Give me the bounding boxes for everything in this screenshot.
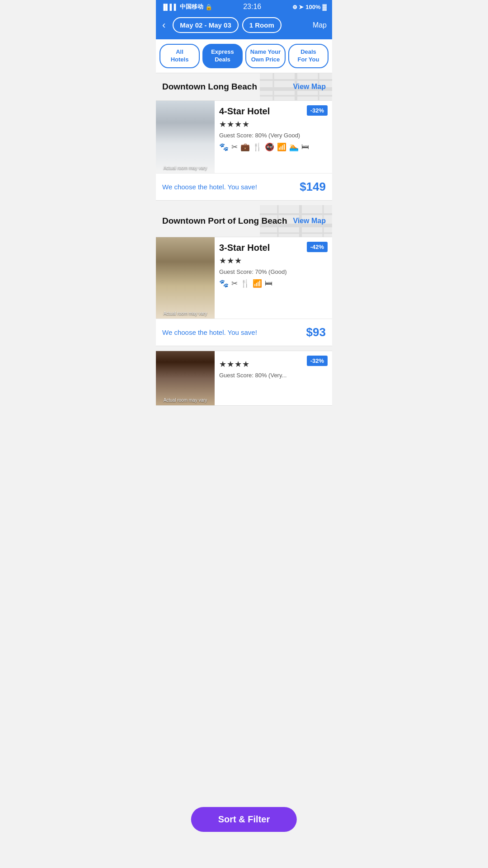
tab-name-your-price[interactable]: Name YourOwn Price [245, 44, 286, 68]
header: ‹ May 02 - May 03 1 Room Map [156, 14, 332, 39]
guest-score-2: Guest Score: 70% (Good) [219, 268, 328, 275]
filter-tabs: AllHotels ExpressDeals Name YourOwn Pric… [156, 39, 332, 73]
amenity-business: 💼 [240, 142, 250, 152]
wifi-icon: 🔒 [205, 4, 212, 10]
hotel-image-3: Actual room may vary [156, 351, 215, 405]
hotel-info-3: -32% ★★★★ Guest Score: 80% (Very... [215, 351, 332, 405]
area-header-1: Downtown Long Beach View Map [156, 73, 332, 100]
amenity-bed: 🛏 [301, 142, 309, 152]
carrier-name: 中国移动 [180, 3, 203, 11]
amenity-nosmoking: 🚭 [265, 142, 274, 152]
hotel-card-2-top: Actual room may vary -42% 3-Star Hotel ★… [156, 237, 332, 319]
hotel-card-3-top: Actual room may vary -32% ★★★★ Guest Sco… [156, 351, 332, 405]
hotel-card-1-bottom: We choose the hotel. You save! $149 [156, 173, 332, 200]
status-left: ▐▌▌▌ 中国移动 🔒 [161, 3, 212, 11]
image-label-3: Actual room may vary [156, 398, 215, 403]
save-text-1: We choose the hotel. You save! [162, 183, 257, 191]
status-time: 23:16 [243, 3, 261, 11]
amenity-restaurant-2: 🍴 [240, 279, 250, 288]
tab-deals-for-you[interactable]: DealsFor You [288, 44, 328, 68]
hotel-info-1: -32% 4-Star Hotel ★★★★ Guest Score: 80% … [215, 101, 332, 173]
discount-badge-1: -32% [307, 105, 328, 116]
hotel-image-2: Actual room may vary [156, 237, 215, 319]
area-title-2: Downtown Port of Long Beach [162, 216, 287, 226]
amenity-pets: 🐾 [219, 142, 229, 152]
status-bar: ▐▌▌▌ 中国移动 🔒 23:16 ⊕ ➤ 100% ▓ [156, 0, 332, 14]
amenity-wifi-2: 📶 [253, 279, 262, 288]
view-map-button-2[interactable]: View Map [293, 217, 326, 225]
hotel-stars-2: ★★★ [219, 256, 328, 266]
amenity-wifi: 📶 [277, 142, 286, 152]
guest-score-3: Guest Score: 80% (Very... [219, 372, 328, 379]
price-2: $93 [306, 325, 326, 339]
battery-icon: ▓ [323, 4, 327, 10]
hotel-card-2[interactable]: Actual room may vary -42% 3-Star Hotel ★… [156, 237, 332, 346]
save-text-2: We choose the hotel. You save! [162, 328, 257, 336]
amenity-pool: 🏊 [289, 142, 299, 152]
guest-score-1: Guest Score: 80% (Very Good) [219, 132, 328, 139]
tab-express-deals[interactable]: ExpressDeals [202, 44, 243, 68]
amenity-spa-2: ✂ [231, 279, 238, 288]
amenity-pets-2: 🐾 [219, 279, 229, 288]
tab-all-hotels[interactable]: AllHotels [160, 44, 200, 68]
location-icon: ⊕ ➤ [292, 4, 304, 10]
image-label-2: Actual room may vary [156, 311, 215, 316]
hotel-card-3-partial[interactable]: Actual room may vary -32% ★★★★ Guest Sco… [156, 351, 332, 406]
battery-percent: 100% [305, 4, 320, 10]
signal-icon: ▐▌▌▌ [161, 4, 178, 10]
hotel-card-2-bottom: We choose the hotel. You save! $93 [156, 319, 332, 346]
area-title-1: Downtown Long Beach [162, 82, 257, 92]
price-1: $149 [300, 180, 326, 194]
amenities-1: 🐾 ✂ 💼 🍴 🚭 📶 🏊 🛏 [219, 142, 328, 152]
amenity-spa: ✂ [231, 142, 238, 152]
status-right: ⊕ ➤ 100% ▓ [292, 4, 327, 10]
amenity-restaurant: 🍴 [253, 142, 262, 152]
image-label-1: Actual room may vary [156, 165, 215, 170]
amenities-2: 🐾 ✂ 🍴 📶 🛏 [219, 279, 328, 288]
hotel-image-1: Actual room may vary [156, 101, 215, 173]
hotel-card-1[interactable]: Actual room may vary -32% 4-Star Hotel ★… [156, 100, 332, 201]
hotel-info-2: -42% 3-Star Hotel ★★★ Guest Score: 70% (… [215, 237, 332, 319]
area-header-2: Downtown Port of Long Beach View Map [156, 205, 332, 237]
back-button[interactable]: ‹ [161, 18, 169, 33]
discount-badge-2: -42% [307, 242, 328, 252]
hotel-stars-1: ★★★★ [219, 119, 328, 129]
amenity-bed-2: 🛏 [265, 279, 272, 288]
date-range-button[interactable]: May 02 - May 03 [173, 17, 238, 33]
hotel-card-1-top: Actual room may vary -32% 4-Star Hotel ★… [156, 101, 332, 173]
view-map-button-1[interactable]: View Map [293, 83, 326, 91]
discount-badge-3: -32% [307, 356, 328, 366]
map-button[interactable]: Map [313, 21, 327, 29]
rooms-button[interactable]: 1 Room [242, 17, 282, 33]
